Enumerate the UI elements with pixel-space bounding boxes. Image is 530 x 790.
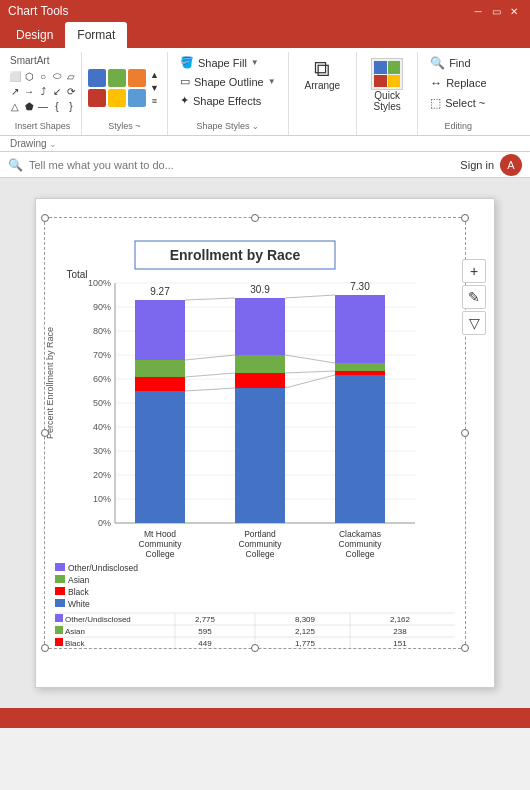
user-initial: A: [507, 159, 514, 171]
shape-btn-13[interactable]: —: [36, 99, 50, 113]
handle-bottom-left[interactable]: [41, 644, 49, 652]
svg-text:2,125: 2,125: [295, 627, 316, 636]
svg-text:60%: 60%: [93, 374, 111, 384]
bar-cla-black: [335, 371, 385, 375]
style-swatch-4[interactable]: [88, 89, 106, 107]
smartart-label[interactable]: SmartArt: [8, 54, 77, 67]
svg-text:90%: 90%: [93, 302, 111, 312]
bar-mth-black: [135, 377, 185, 391]
svg-text:238: 238: [393, 627, 407, 636]
shape-btn-7[interactable]: →: [22, 84, 36, 98]
restore-button[interactable]: ▭: [488, 4, 504, 18]
shape-styles-group-label: Shape Styles ⌄: [174, 121, 282, 133]
svg-line-32: [185, 373, 235, 377]
shape-btn-11[interactable]: △: [8, 99, 22, 113]
shape-effects-button[interactable]: ✦ Shape Effects: [174, 92, 282, 109]
tab-design[interactable]: Design: [4, 22, 65, 48]
app-title: Chart Tools: [8, 4, 68, 18]
shape-outline-arrow: ▼: [268, 77, 276, 86]
shape-btn-5[interactable]: ▱: [64, 69, 78, 83]
shape-btn-3[interactable]: ○: [36, 69, 50, 83]
shape-outline-button[interactable]: ▭ Shape Outline ▼: [174, 73, 282, 90]
svg-text:100%: 100%: [88, 278, 111, 288]
tab-format[interactable]: Format: [65, 22, 127, 48]
chart-filter-button[interactable]: ▽: [462, 311, 486, 335]
sign-in-button[interactable]: Sign in: [460, 159, 494, 171]
styles-expand-up[interactable]: ▲: [148, 69, 161, 81]
shape-btn-8[interactable]: ⤴: [36, 84, 50, 98]
style-swatch-5[interactable]: [108, 89, 126, 107]
arrange-label: Arrange: [305, 80, 341, 91]
shape-fill-button[interactable]: 🪣 Shape Fill ▼: [174, 54, 282, 71]
style-swatch-1[interactable]: [88, 69, 106, 87]
chart-svg: Enrollment by Race Total Percent Enrollm…: [45, 218, 465, 648]
window-controls: ─ ▭ ✕: [470, 4, 522, 18]
bar-por-other: [235, 298, 285, 355]
slide-canvas: Enrollment by Race Total Percent Enrollm…: [35, 198, 495, 688]
svg-text:Clackamas: Clackamas: [339, 529, 381, 539]
close-button[interactable]: ✕: [506, 4, 522, 18]
replace-label: Replace: [446, 77, 486, 89]
style-swatch-6[interactable]: [128, 89, 146, 107]
shape-fill-arrow: ▼: [251, 58, 259, 67]
svg-line-31: [185, 355, 235, 360]
shape-btn-12[interactable]: ⬟: [22, 99, 36, 113]
replace-button[interactable]: ↔ Replace: [424, 74, 492, 92]
svg-text:80%: 80%: [93, 326, 111, 336]
style-swatch-3[interactable]: [128, 69, 146, 87]
svg-text:151: 151: [393, 639, 407, 648]
shape-btn-10[interactable]: ⟳: [64, 84, 78, 98]
svg-text:White: White: [68, 599, 90, 609]
bar-mth-other: [135, 300, 185, 360]
svg-text:Other/Undisclosed: Other/Undisclosed: [68, 563, 138, 573]
svg-text:College: College: [146, 549, 175, 559]
shape-btn-14[interactable]: {: [50, 99, 64, 113]
title-bar: Chart Tools ─ ▭ ✕: [0, 0, 530, 22]
svg-text:Asian: Asian: [65, 627, 85, 636]
shape-btn-2[interactable]: ⬡: [22, 69, 36, 83]
svg-text:Enrollment by Race: Enrollment by Race: [170, 247, 301, 263]
svg-text:Mt Hood: Mt Hood: [144, 529, 176, 539]
shape-btn-15[interactable]: }: [64, 99, 78, 113]
svg-text:20%: 20%: [93, 470, 111, 480]
drawing-section-label: Drawing ⌄: [4, 136, 63, 151]
find-label: Find: [449, 57, 470, 69]
svg-rect-48: [55, 563, 65, 571]
chart-style-button[interactable]: ✎: [462, 285, 486, 309]
chart-selection-border: Enrollment by Race Total Percent Enrollm…: [44, 217, 466, 649]
styles-expand-down[interactable]: ▼: [148, 82, 161, 94]
arrange-icon: ⧉: [314, 58, 330, 80]
sign-in-label: Sign in: [460, 159, 494, 171]
minimize-button[interactable]: ─: [470, 4, 486, 18]
arrange-button[interactable]: ⧉ Arrange: [297, 54, 349, 95]
handle-right[interactable]: [461, 429, 469, 437]
shape-outline-label: Shape Outline: [194, 76, 264, 88]
search-icon: 🔍: [8, 158, 23, 172]
shape-btn-9[interactable]: ↙: [50, 84, 64, 98]
find-button[interactable]: 🔍 Find: [424, 54, 492, 72]
handle-top-right[interactable]: [461, 214, 469, 222]
shape-btn-6[interactable]: ↗: [8, 84, 22, 98]
bar-por-black: [235, 373, 285, 388]
shape-btn-4[interactable]: ⬭: [50, 69, 64, 83]
svg-text:2,162: 2,162: [390, 615, 411, 624]
svg-rect-57: [55, 614, 63, 622]
handle-bottom-right[interactable]: [461, 644, 469, 652]
style-swatch-2[interactable]: [108, 69, 126, 87]
quick-styles-button[interactable]: QuickStyles: [363, 54, 411, 116]
svg-text:Portland: Portland: [244, 529, 276, 539]
chart-add-button[interactable]: +: [462, 259, 486, 283]
styles-more[interactable]: ≡: [148, 95, 161, 107]
svg-line-36: [285, 295, 335, 298]
svg-text:40%: 40%: [93, 422, 111, 432]
handle-top-left[interactable]: [41, 214, 49, 222]
svg-text:30%: 30%: [93, 446, 111, 456]
shape-btn-1[interactable]: ⬜: [8, 69, 22, 83]
user-avatar-button[interactable]: A: [500, 154, 522, 176]
search-input[interactable]: [29, 159, 454, 171]
ribbon-tabs: Design Format: [0, 22, 530, 48]
select-button[interactable]: ⬚ Select ~: [424, 94, 492, 112]
handle-top[interactable]: [251, 214, 259, 222]
handle-bottom[interactable]: [251, 644, 259, 652]
handle-left[interactable]: [41, 429, 49, 437]
